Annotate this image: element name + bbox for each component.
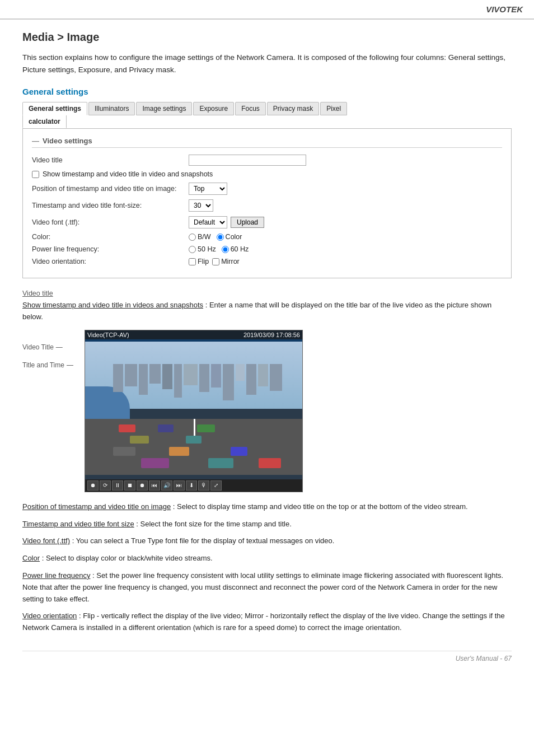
- orientation-row: Video orientation: Flip Mirror: [32, 258, 502, 265]
- desc-orientation-text: : Flip - vertically reflect the display …: [22, 612, 505, 632]
- videofont-select[interactable]: Default: [189, 216, 227, 228]
- color-bw-radio[interactable]: [189, 234, 196, 241]
- powerline-50hz-label: 50 Hz: [198, 245, 216, 253]
- video-title-preview-label: Video Title: [22, 343, 54, 351]
- video-preview-time: 2019/03/09 17:08:56: [243, 332, 300, 338]
- timestamp-checkbox-row: Show timestamp and video title in video …: [32, 170, 502, 178]
- preview-labels: Video Title — Title and Time —: [22, 330, 73, 369]
- brand-logo: VIVOTEK: [486, 4, 523, 14]
- desc-color: Color : Select to display color or black…: [22, 553, 512, 564]
- orientation-flip-option[interactable]: Flip: [189, 258, 209, 265]
- tab-image-settings[interactable]: Image settings: [136, 102, 192, 115]
- fontsize-control: 30 25 20 15: [189, 199, 213, 212]
- powerline-50hz-option[interactable]: 50 Hz: [189, 245, 216, 253]
- tab-bar: General settings Illuminators Image sett…: [22, 102, 512, 115]
- section-heading-general: General settings: [22, 87, 512, 96]
- ctrl-record[interactable]: ⏺: [87, 480, 99, 491]
- description-section: Position of timestamp and video title on…: [22, 501, 512, 634]
- upload-button[interactable]: Upload: [231, 217, 264, 228]
- video-title-control: [189, 155, 306, 166]
- timestamp-checkbox[interactable]: [32, 171, 39, 178]
- powerline-60hz-option[interactable]: 60 Hz: [222, 245, 249, 253]
- color-color-option[interactable]: Color: [217, 233, 242, 241]
- footer: User's Manual - 67: [22, 651, 512, 662]
- powerline-label: Power line frequency:: [32, 245, 189, 253]
- desc-videofont-text: : You can select a True Type font file f…: [72, 536, 335, 545]
- desc-fontsize: Timestamp and video title font size : Se…: [22, 519, 512, 530]
- desc-color-link: Color: [22, 554, 40, 562]
- orientation-flip-checkbox[interactable]: [189, 258, 196, 265]
- color-row: Color: B/W Color: [32, 233, 502, 241]
- video-preview-title: Video(TCP-AV): [87, 332, 129, 338]
- video-title-row: Video title: [32, 155, 502, 166]
- video-controls: ⏺ ⟳ ⏸ ⏹ ⏺ ⏮ 🔊 ⏭ ⬇ 🎙 ⤢: [85, 479, 302, 492]
- footer-text: User's Manual - 67: [456, 655, 512, 662]
- settings-panel: Video settings Video title Show timestam…: [22, 128, 512, 278]
- fontsize-select[interactable]: 30 25 20 15: [189, 199, 213, 212]
- video-road: [85, 419, 302, 475]
- videofont-label: Video font (.ttf):: [32, 218, 189, 226]
- tab-privacy-mask[interactable]: Privacy mask: [267, 102, 319, 115]
- desc-videofont-link: Video font (.ttf): [22, 536, 70, 545]
- position-control: Top Bottom: [189, 183, 227, 195]
- desc-powerline: Power line frequency : Set the power lin…: [22, 570, 512, 605]
- tab-calculator[interactable]: calculator: [22, 115, 67, 128]
- ctrl-fullscreen[interactable]: ⤢: [210, 480, 222, 491]
- ctrl-pause[interactable]: ⏸: [112, 480, 123, 491]
- header: VIVOTEK: [0, 0, 534, 20]
- desc-powerline-text: : Set the power line frequency consisten…: [22, 571, 503, 603]
- video-title-reference-label: Video title: [22, 290, 512, 297]
- desc-videofont: Video font (.ttf) : You can select a Tru…: [22, 535, 512, 547]
- timestamp-checkbox-label: Show timestamp and video title in video …: [43, 170, 213, 178]
- video-title-bar: Video(TCP-AV) 2019/03/09 17:08:56: [85, 330, 302, 339]
- orientation-mirror-checkbox[interactable]: [212, 258, 219, 265]
- fontsize-row: Timestamp and video title font-size: 30 …: [32, 199, 502, 212]
- main-content: Media > Image This section explains how …: [0, 20, 534, 685]
- color-color-radio[interactable]: [217, 234, 224, 241]
- powerline-60hz-radio[interactable]: [222, 246, 229, 253]
- color-bw-option[interactable]: B/W: [189, 233, 211, 241]
- preview-area: Video Title — Title and Time — Video(TCP…: [22, 330, 512, 492]
- color-label: Color:: [32, 233, 189, 241]
- fontsize-label: Timestamp and video title font-size:: [32, 202, 189, 209]
- powerline-50hz-radio[interactable]: [189, 246, 196, 253]
- video-title-label: Video title: [32, 156, 189, 164]
- tab-focus[interactable]: Focus: [235, 102, 266, 115]
- desc-powerline-link: Power line frequency: [22, 571, 90, 580]
- powerline-row: Power line frequency: 50 Hz 60 Hz: [32, 245, 502, 253]
- position-row: Position of timestamp and video title on…: [32, 183, 502, 195]
- ctrl-stop[interactable]: ⏹: [124, 480, 135, 491]
- tab-general-settings[interactable]: General settings: [22, 102, 87, 115]
- videofont-control: Default Upload: [189, 216, 264, 228]
- desc-position: Position of timestamp and video title on…: [22, 501, 512, 513]
- color-bw-label: B/W: [198, 233, 211, 241]
- desc-show-timestamp: Show timestamp and video title in videos…: [22, 300, 512, 323]
- video-title-input[interactable]: [189, 155, 306, 166]
- desc-position-text: : Select to display time stamp and video…: [173, 502, 468, 511]
- color-color-label: Color: [226, 233, 242, 241]
- page-title: Media > Image: [22, 31, 512, 44]
- tab-exposure[interactable]: Exposure: [193, 102, 234, 115]
- ctrl-play[interactable]: ⏺: [137, 480, 148, 491]
- ctrl-download[interactable]: ⬇: [186, 480, 197, 491]
- tab-illuminators[interactable]: Illuminators: [88, 102, 135, 115]
- orientation-flip-label: Flip: [198, 258, 209, 265]
- powerline-60hz-label: 60 Hz: [231, 245, 249, 253]
- tab-pixel[interactable]: Pixel: [320, 102, 347, 115]
- ctrl-snapshot[interactable]: ⟳: [100, 480, 111, 491]
- ctrl-volume[interactable]: 🔊: [161, 480, 172, 491]
- position-label: Position of timestamp and video title on…: [32, 185, 189, 193]
- orientation-label: Video orientation:: [32, 258, 189, 265]
- powerline-control: 50 Hz 60 Hz: [189, 245, 249, 253]
- title-and-time-preview-label: Title and Time: [22, 361, 64, 369]
- desc-orientation: Video orientation : Flip - vertically re…: [22, 610, 512, 634]
- position-select[interactable]: Top Bottom: [189, 183, 227, 195]
- videofont-row: Video font (.ttf): Default Upload: [32, 216, 502, 228]
- ctrl-next[interactable]: ⏭: [174, 480, 185, 491]
- orientation-mirror-option[interactable]: Mirror: [212, 258, 240, 265]
- orientation-control: Flip Mirror: [189, 258, 240, 265]
- intro-text: This section explains how to configure t…: [22, 52, 512, 76]
- ctrl-prev[interactable]: ⏮: [149, 480, 160, 491]
- ctrl-mic[interactable]: 🎙: [198, 480, 209, 491]
- video-preview: Video(TCP-AV) 2019/03/09 17:08:56 Video …: [85, 330, 303, 492]
